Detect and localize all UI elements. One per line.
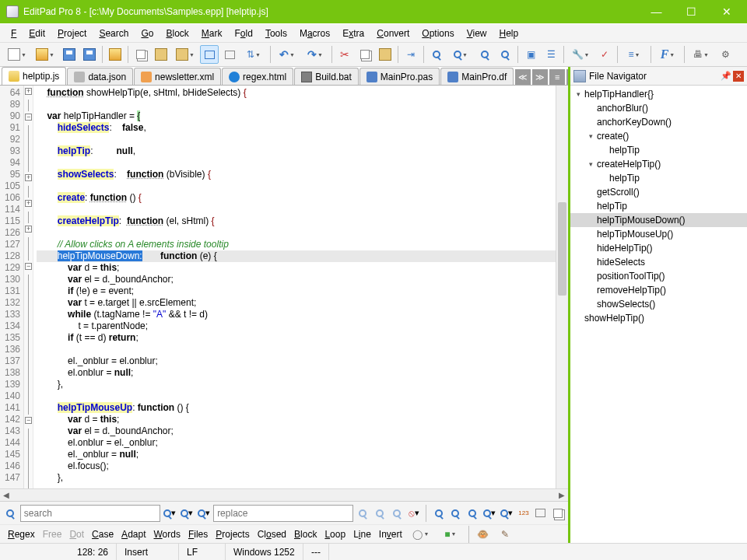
tab-data-json[interactable]: data.json: [67, 68, 133, 85]
replace-next-button[interactable]: [356, 506, 370, 521]
menu-edit[interactable]: Edit: [23, 26, 51, 41]
tree-item[interactable]: ▾create(): [570, 129, 747, 143]
scroll-right-button[interactable]: ▶: [556, 489, 568, 502]
tree-item[interactable]: removeHelpTip(): [570, 283, 747, 297]
opt-projects[interactable]: Projects: [212, 527, 252, 541]
tree-item[interactable]: anchorKeyDown(): [570, 115, 747, 129]
replace-all-button[interactable]: [390, 506, 405, 521]
sort-button[interactable]: ⇅▼: [240, 45, 267, 64]
redo-button[interactable]: ↷▼: [302, 45, 328, 64]
search-123-button[interactable]: 123: [516, 506, 531, 521]
tree-item[interactable]: hideHelpTip(): [570, 241, 747, 255]
search-prev-button[interactable]: ▾: [179, 506, 194, 521]
horizontal-scrollbar[interactable]: ◀ ▶: [0, 488, 568, 501]
tree-item[interactable]: helpTip: [570, 199, 747, 213]
find-prev-button[interactable]: [496, 45, 514, 64]
opt-files[interactable]: Files: [185, 527, 211, 541]
menu-go[interactable]: Go: [135, 26, 160, 41]
search-icon[interactable]: [3, 506, 18, 521]
menu-extra[interactable]: Extra: [336, 26, 370, 41]
align-button[interactable]: ≡▼: [621, 45, 647, 64]
search-options-button[interactable]: [533, 506, 548, 521]
menu-mark[interactable]: Mark: [195, 26, 229, 41]
tree-item[interactable]: ▾helpTipHandler{}: [570, 87, 747, 101]
minimize-button[interactable]: ―: [639, 1, 674, 23]
menu-tools[interactable]: Tools: [259, 26, 293, 41]
opt-pen-button[interactable]: ✎: [496, 525, 514, 544]
search-input[interactable]: [20, 505, 160, 522]
opt-regex[interactable]: Regex: [5, 527, 38, 541]
paste2-button[interactable]: [376, 45, 395, 64]
code-editor[interactable]: 6489909192939495105106114115126127128129…: [0, 86, 568, 488]
paste-button[interactable]: [152, 45, 170, 64]
menu-macros[interactable]: Macros: [293, 26, 336, 41]
menu-view[interactable]: View: [461, 26, 493, 41]
opt-words[interactable]: Words: [150, 527, 183, 541]
opt-block[interactable]: Block: [291, 527, 320, 541]
clipboard-button[interactable]: ▼: [172, 45, 198, 64]
bookmark-button[interactable]: ▣: [521, 45, 540, 64]
undo-button[interactable]: ↶▼: [274, 45, 300, 64]
opt-invert[interactable]: Invert: [376, 527, 405, 541]
panel-close-button[interactable]: ✕: [733, 71, 744, 82]
scrollbar-thumb[interactable]: [558, 202, 566, 296]
tree-item[interactable]: showHelpTip(): [570, 311, 747, 325]
opt-free[interactable]: Free: [40, 527, 65, 541]
search-fold-button[interactable]: ▾: [482, 506, 497, 521]
tab-helptip-js[interactable]: helptip.js: [2, 67, 66, 85]
replace-input[interactable]: [213, 505, 353, 522]
opt-adapt[interactable]: Adapt: [118, 527, 149, 541]
replace-stop-button[interactable]: ⦸▾: [406, 506, 421, 521]
tab-list-button[interactable]: ≡: [549, 69, 565, 85]
menu-fold[interactable]: Fold: [229, 26, 259, 41]
opt-case[interactable]: Case: [89, 527, 117, 541]
tree-item[interactable]: positionToolTip(): [570, 269, 747, 283]
tree-item[interactable]: hideSelects: [570, 255, 747, 269]
close-button[interactable]: ✕: [709, 1, 744, 23]
find-button[interactable]: ▼: [447, 45, 474, 64]
search-next-button[interactable]: ▾: [163, 506, 177, 521]
search-list-button[interactable]: ▾: [500, 506, 514, 521]
bookmark-list-button[interactable]: ☰: [542, 45, 560, 64]
opt-monkey-button[interactable]: 🐵: [474, 525, 493, 544]
new-file-button[interactable]: ▼: [4, 45, 30, 64]
opt-loop[interactable]: Loop: [321, 527, 349, 541]
tree-item[interactable]: helpTip: [570, 143, 747, 157]
cut-button[interactable]: ✂: [335, 45, 354, 64]
tree-item[interactable]: helpTipMouseDown(): [570, 213, 747, 227]
spell-button[interactable]: ✓: [595, 45, 614, 64]
font-button[interactable]: F▼: [654, 45, 681, 64]
menu-file[interactable]: F: [5, 26, 23, 41]
open-project-button[interactable]: [106, 45, 124, 64]
menu-options[interactable]: Options: [416, 26, 460, 41]
search-count-button[interactable]: [465, 506, 480, 521]
tree-item[interactable]: helpTip: [570, 171, 747, 185]
tab-MainPro-df[interactable]: MainPro.df: [440, 68, 514, 85]
menu-help[interactable]: Help: [493, 26, 525, 41]
tab-regex-html[interactable]: regex.html: [222, 68, 293, 85]
opt-line[interactable]: Line: [350, 527, 374, 541]
copy-button[interactable]: [132, 45, 150, 64]
navigator-tree[interactable]: ▾helpTipHandler{}anchorBlur()anchorKeyDo…: [570, 86, 747, 543]
save-all-button[interactable]: [80, 45, 99, 64]
zoom-in-button[interactable]: [427, 45, 446, 64]
menu-search[interactable]: Search: [93, 26, 135, 41]
tab-MainPro-pas[interactable]: MainPro.pas: [359, 68, 440, 85]
tab-next-button[interactable]: ≫: [532, 69, 548, 85]
tab-prev-button[interactable]: ≪: [515, 69, 531, 85]
settings-button[interactable]: ⚙: [716, 45, 735, 64]
vertical-scrollbar[interactable]: [556, 86, 568, 488]
maximize-button[interactable]: ☐: [674, 1, 709, 23]
search-copy-button[interactable]: [550, 506, 565, 521]
add-mark-button[interactable]: [220, 45, 239, 64]
find-next-button[interactable]: [475, 45, 494, 64]
open-file-button[interactable]: ▼: [32, 45, 58, 64]
tree-item[interactable]: anchorBlur(): [570, 101, 747, 115]
menu-block[interactable]: Block: [160, 26, 195, 41]
pin-icon[interactable]: 📌: [721, 71, 731, 82]
search-in-files-button[interactable]: [448, 506, 463, 521]
column-mode-button[interactable]: [200, 45, 219, 64]
menu-convert[interactable]: Convert: [370, 26, 416, 41]
tree-item[interactable]: helpTipMouseUp(): [570, 227, 747, 241]
tree-item[interactable]: getScroll(): [570, 185, 747, 199]
